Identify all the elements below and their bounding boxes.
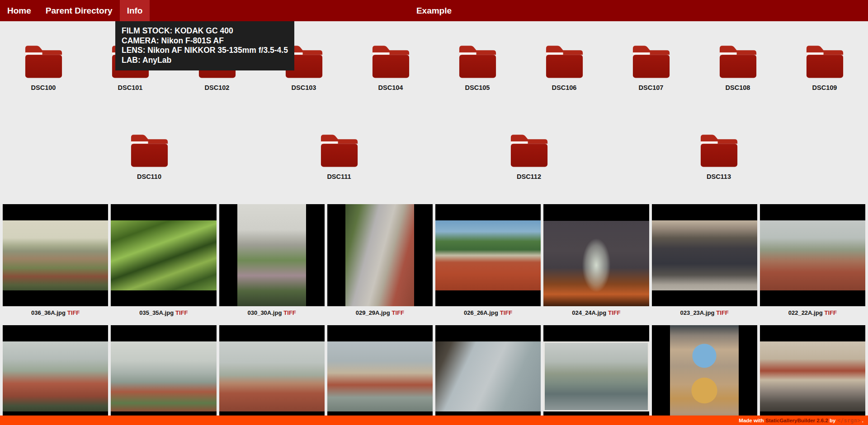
- folder-item-dsc105[interactable]: DSC105: [434, 43, 521, 91]
- footer-by-text: by: [830, 418, 835, 423]
- thumbnail-image-link[interactable]: [327, 325, 433, 425]
- thumbnail-filename: 035_35A.jpg: [139, 309, 174, 316]
- folder-item-dsc111[interactable]: DSC111: [244, 132, 434, 180]
- photo-placeholder: [652, 220, 757, 290]
- nav-item-example[interactable]: Example: [416, 0, 452, 21]
- tooltip-line-lens: LENS: Nikon AF NIKKOR 35-135mm f/3.5-4.5: [122, 46, 288, 56]
- folder-label: DSC100: [31, 84, 56, 91]
- footer-period: .: [862, 418, 863, 423]
- thumbnail-item: 035_35A.jpgTIFF: [111, 204, 216, 325]
- thumbnail-item: 036_36A.jpgTIFF: [3, 204, 108, 325]
- thumbnail-image-link[interactable]: [219, 204, 325, 306]
- photo-placeholder: [670, 325, 739, 425]
- thumbnail-tiff-link[interactable]: TIFF: [175, 309, 188, 316]
- thumbnail-item: [435, 325, 541, 425]
- thumbnail-image-link[interactable]: [652, 204, 757, 306]
- thumbnail-image-link[interactable]: [435, 204, 541, 306]
- thumbnail-image-link[interactable]: [543, 325, 649, 425]
- thumbnail-item: 022_22A.jpgTIFF: [760, 204, 865, 325]
- thumbnail-item: 029_29A.jpgTIFF: [327, 204, 433, 325]
- folder-icon: [803, 43, 847, 78]
- thumbnail-image-link[interactable]: [327, 204, 433, 306]
- folder-label: DSC106: [552, 84, 577, 91]
- nav-item-home[interactable]: Home: [0, 0, 38, 21]
- folder-item-dsc109[interactable]: DSC109: [781, 43, 868, 91]
- photo-placeholder: [543, 221, 649, 306]
- folder-item-dsc106[interactable]: DSC106: [521, 43, 608, 91]
- folder-label: DSC103: [292, 84, 316, 91]
- thumbnail-filename: 029_29A.jpg: [356, 309, 390, 316]
- folder-label: DSC102: [205, 84, 230, 91]
- folder-item-dsc100[interactable]: DSC100: [0, 43, 87, 91]
- footer-builder-link[interactable]: StaticGalleryBuilder 2.6.2: [765, 418, 828, 423]
- thumbnail-tiff-link[interactable]: TIFF: [283, 309, 296, 316]
- folder-icon: [507, 132, 551, 167]
- photo-placeholder: [3, 341, 108, 411]
- folder-item-dsc108[interactable]: DSC108: [694, 43, 781, 91]
- thumbnail-item: 024_24A.jpgTIFF: [543, 204, 649, 325]
- thumbnail-image-link[interactable]: [543, 204, 649, 306]
- folder-item-dsc112[interactable]: DSC112: [434, 132, 624, 180]
- folder-icon: [127, 132, 171, 167]
- photo-placeholder: [219, 341, 325, 411]
- thumbnail-item: [652, 325, 757, 425]
- thumbnail-caption: 024_24A.jpgTIFF: [543, 306, 649, 325]
- thumbnail-tiff-link[interactable]: TIFF: [392, 309, 404, 316]
- folder-icon: [697, 132, 741, 167]
- folder-item-dsc110[interactable]: DSC110: [54, 132, 244, 180]
- photo-placeholder: [3, 220, 108, 290]
- footer-srgn-logo-link[interactable]: </srgn>: [837, 417, 861, 424]
- thumbnail-image-link[interactable]: [111, 204, 216, 306]
- folder-icon: [22, 43, 66, 78]
- thumbnail-image-link[interactable]: [3, 325, 108, 425]
- folder-icon: [369, 43, 413, 78]
- folder-label: DSC105: [465, 84, 490, 91]
- folder-icon: [542, 43, 586, 78]
- footer-credit-bar: Made with StaticGalleryBuilder 2.6.2 by …: [0, 416, 868, 425]
- thumbnail-filename: 030_30A.jpg: [247, 309, 282, 316]
- thumbnail-image-link[interactable]: [760, 204, 865, 306]
- thumbnail-image-link[interactable]: [111, 325, 216, 425]
- navbar: Home Parent Directory Info Example: [0, 0, 868, 21]
- thumbnail-filename: 023_23A.jpg: [680, 309, 714, 316]
- thumbnail-item: [543, 325, 649, 425]
- folder-label: DSC111: [327, 173, 351, 180]
- photo-placeholder: [237, 204, 306, 306]
- folder-item-dsc104[interactable]: DSC104: [347, 43, 434, 91]
- thumbnail-tiff-link[interactable]: TIFF: [500, 309, 512, 316]
- thumbnail-image-link[interactable]: [760, 325, 865, 425]
- thumbnail-item: [111, 325, 216, 425]
- thumbnail-filename: 024_24A.jpg: [572, 309, 606, 316]
- photo-placeholder: [760, 341, 865, 411]
- folder-label: DSC109: [812, 84, 837, 91]
- thumbnail-image-link[interactable]: [652, 325, 757, 425]
- nav-item-parent-directory[interactable]: Parent Directory: [38, 0, 120, 21]
- thumbnail-caption: 030_30A.jpgTIFF: [219, 306, 325, 325]
- thumbnail-tiff-link[interactable]: TIFF: [608, 309, 620, 316]
- thumbnail-filename: 026_26A.jpg: [464, 309, 498, 316]
- thumbnail-image-link[interactable]: [435, 325, 541, 425]
- photo-placeholder: [345, 204, 414, 306]
- photo-placeholder: [111, 220, 216, 290]
- folder-item-dsc113[interactable]: DSC113: [624, 132, 814, 180]
- nav-item-info[interactable]: Info: [120, 0, 150, 21]
- thumbnail-filename: 022_22A.jpg: [788, 309, 823, 316]
- thumbnail-item: 023_23A.jpgTIFF: [652, 204, 757, 325]
- folder-icon: [629, 43, 673, 78]
- folder-label: DSC101: [118, 84, 143, 91]
- gallery-content: DSC100 DSC101: [0, 43, 868, 425]
- folder-label: DSC108: [726, 84, 750, 91]
- folder-item-dsc107[interactable]: DSC107: [608, 43, 694, 91]
- thumbnail-caption: 022_22A.jpgTIFF: [760, 306, 865, 325]
- thumbnail-tiff-link[interactable]: TIFF: [67, 309, 80, 316]
- thumbnail-item: 030_30A.jpgTIFF: [219, 204, 325, 325]
- photo-placeholder: [435, 220, 541, 290]
- thumbnail-tiff-link[interactable]: TIFF: [825, 309, 837, 316]
- folder-row-2: DSC110 DSC111: [54, 132, 814, 180]
- folder-label: DSC112: [517, 173, 541, 180]
- thumbnail-caption: 023_23A.jpgTIFF: [652, 306, 757, 325]
- thumbnail-image-link[interactable]: [219, 325, 325, 425]
- thumbnail-tiff-link[interactable]: TIFF: [716, 309, 728, 316]
- thumbnail-image-link[interactable]: [3, 204, 108, 306]
- tooltip-line-camera: CAMERA: Nikon F-801S AF: [122, 36, 288, 46]
